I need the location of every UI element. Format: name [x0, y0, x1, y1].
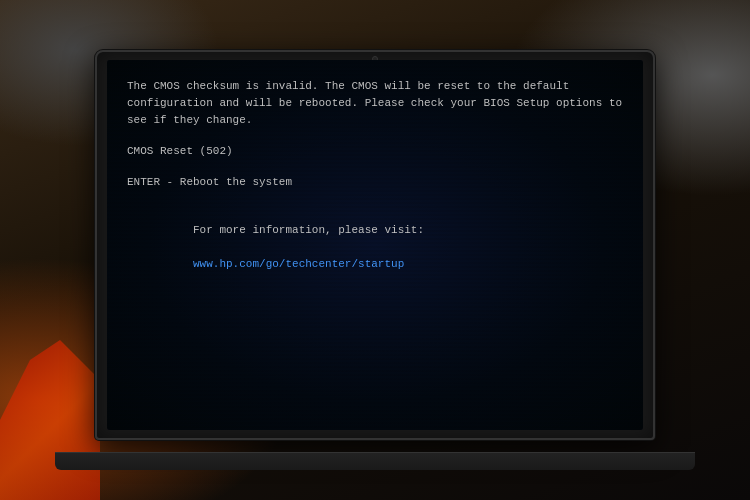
- bios-error-message: The CMOS checksum is invalid. The CMOS w…: [127, 78, 623, 129]
- laptop-bottom-bar: [55, 452, 695, 470]
- bios-error-code: CMOS Reset (502): [127, 143, 623, 160]
- screen-bezel: The CMOS checksum is invalid. The CMOS w…: [107, 60, 643, 430]
- bios-instruction: ENTER - Reboot the system: [127, 174, 623, 191]
- bios-screen: The CMOS checksum is invalid. The CMOS w…: [107, 60, 643, 430]
- laptop-bezel: The CMOS checksum is invalid. The CMOS w…: [95, 50, 655, 440]
- photo-frame: The CMOS checksum is invalid. The CMOS w…: [0, 0, 750, 500]
- bios-info-label: For more information, please visit:: [193, 224, 424, 236]
- bios-info-link[interactable]: www.hp.com/go/techcenter/startup: [193, 258, 404, 270]
- bios-info-spacer: [193, 241, 200, 253]
- bios-info-line: For more information, please visit: www.…: [127, 205, 623, 290]
